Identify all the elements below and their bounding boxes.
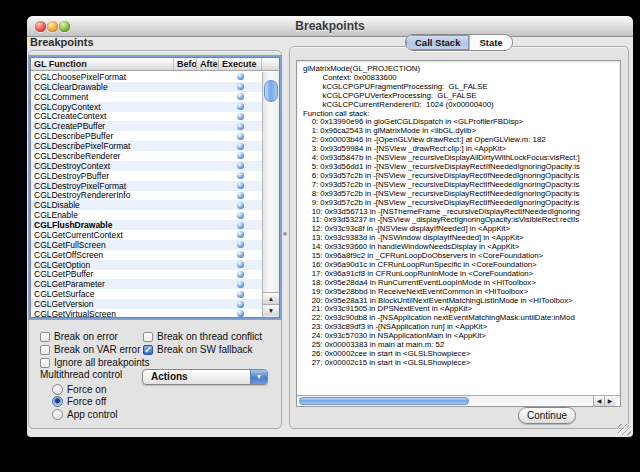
horizontal-scrollbar[interactable]: ◀ ▶ <box>297 395 620 406</box>
checkbox-unchecked-icon[interactable] <box>40 345 50 355</box>
table-row[interactable]: CGLDestroyPixelFormat <box>31 181 262 191</box>
table-row[interactable]: CGLGetFullScreen <box>31 240 262 250</box>
table-row[interactable]: CGLChoosePixelFormat <box>31 72 262 82</box>
execute-cell[interactable] <box>219 93 262 100</box>
execute-cell[interactable] <box>219 162 262 169</box>
window-titlebar[interactable]: Breakpoints <box>27 16 633 37</box>
breakpoint-orb-icon[interactable] <box>237 261 244 268</box>
column-header-after[interactable]: After <box>197 58 219 70</box>
execute-cell[interactable] <box>219 192 262 199</box>
table-row[interactable]: CGLDisable <box>31 200 262 210</box>
table-row[interactable]: CGLDescribePixelFormat <box>31 141 262 151</box>
table-row[interactable]: CGLDestroyRendererInfo <box>31 191 262 201</box>
table-row[interactable]: CGLCopyContext <box>31 102 262 112</box>
breakpoint-orb-icon[interactable] <box>237 241 244 248</box>
scroll-up-arrow-icon[interactable]: ▲ <box>263 292 279 304</box>
window-resize-grip[interactable] <box>618 424 631 435</box>
table-row[interactable]: CGLGetPBuffer <box>31 270 262 280</box>
callstack-text-area[interactable]: glMatrixMode(GL_PROJECTION) Context: 0x0… <box>296 60 621 407</box>
table-row[interactable]: CGLFlushDrawable <box>31 220 262 230</box>
breakpoint-orb-icon[interactable] <box>237 103 244 110</box>
close-button[interactable] <box>35 21 46 32</box>
radio-force-off[interactable]: Force off <box>52 396 118 409</box>
breakpoint-orb-icon[interactable] <box>237 123 244 130</box>
column-header-before[interactable]: Before <box>174 58 197 70</box>
breakpoint-orb-icon[interactable] <box>237 202 244 209</box>
checkbox-break-on-var-error[interactable]: Break on VAR error <box>40 343 143 356</box>
table-row[interactable]: CGLGetVersion <box>31 299 262 309</box>
execute-cell[interactable] <box>219 172 262 179</box>
breakpoint-orb-icon[interactable] <box>237 172 244 179</box>
breakpoint-orb-icon[interactable] <box>237 152 244 159</box>
execute-cell[interactable] <box>219 182 262 189</box>
table-row[interactable]: CGLDestroyContext <box>31 161 262 171</box>
execute-cell[interactable] <box>219 310 262 317</box>
execute-cell[interactable] <box>219 202 262 209</box>
execute-cell[interactable] <box>219 212 262 219</box>
table-row[interactable]: CGLEnable <box>31 210 262 220</box>
execute-cell[interactable] <box>219 251 262 258</box>
execute-cell[interactable] <box>219 261 262 268</box>
breakpoint-orb-icon[interactable] <box>237 143 244 150</box>
table-row[interactable]: CGLGetParameter <box>31 279 262 289</box>
table-row[interactable]: CGLGetOption <box>31 260 262 270</box>
actions-popup-button[interactable]: Actions ▼ <box>142 369 268 385</box>
execute-cell[interactable] <box>219 152 262 159</box>
table-row[interactable]: CGLDescribePBuffer <box>31 131 262 141</box>
breakpoint-orb-icon[interactable] <box>237 310 244 317</box>
execute-cell[interactable] <box>219 103 262 110</box>
breakpoint-orb-icon[interactable] <box>237 83 244 90</box>
execute-cell[interactable] <box>219 222 262 229</box>
execute-cell[interactable] <box>219 143 262 150</box>
zoom-button[interactable] <box>59 21 70 32</box>
breakpoint-orb-icon[interactable] <box>237 231 244 238</box>
breakpoint-orb-icon[interactable] <box>237 162 244 169</box>
breakpoint-orb-icon[interactable] <box>237 212 244 219</box>
breakpoint-orb-icon[interactable] <box>237 182 244 189</box>
execute-cell[interactable] <box>219 291 262 298</box>
tab-state[interactable]: State <box>469 35 511 50</box>
table-row[interactable]: CGLComment <box>31 92 262 102</box>
breakpoint-orb-icon[interactable] <box>237 73 244 80</box>
execute-cell[interactable] <box>219 281 262 288</box>
table-row[interactable]: CGLClearDrawable <box>31 82 262 92</box>
checkbox-unchecked-icon[interactable] <box>40 332 50 342</box>
execute-cell[interactable] <box>219 271 262 278</box>
horizontal-scrollbar-thumb[interactable] <box>299 397 469 405</box>
table-row[interactable]: CGLDestroyPBuffer <box>31 171 262 181</box>
checkbox-ignore-all-breakpoints[interactable]: Ignore all breakpoints <box>40 356 143 369</box>
execute-cell[interactable] <box>219 123 262 130</box>
scroll-down-arrow-icon[interactable]: ▼ <box>263 304 279 316</box>
execute-cell[interactable] <box>219 241 262 248</box>
radio-selected-icon[interactable] <box>52 396 63 407</box>
execute-cell[interactable] <box>219 133 262 140</box>
table-row[interactable]: CGLGetOffScreen <box>31 250 262 260</box>
breakpoint-orb-icon[interactable] <box>237 192 244 199</box>
table-scrollbar-thumb[interactable] <box>264 80 278 102</box>
breakpoint-orb-icon[interactable] <box>237 251 244 258</box>
column-header-gl-function[interactable]: GL Function <box>31 58 174 70</box>
breakpoint-orb-icon[interactable] <box>237 301 244 308</box>
checkbox-break-on-error[interactable]: Break on error <box>40 330 143 343</box>
checkbox-unchecked-icon[interactable] <box>40 358 50 368</box>
radio-unselected-icon[interactable] <box>52 384 63 395</box>
checkbox-checked-icon[interactable]: ✓ <box>143 345 153 355</box>
breakpoint-orb-icon[interactable] <box>237 222 244 229</box>
table-row[interactable]: CGLGetCurrentContext <box>31 230 262 240</box>
breakpoint-orb-icon[interactable] <box>237 281 244 288</box>
table-row[interactable]: CGLDescribeRenderer <box>31 151 262 161</box>
breakpoint-orb-icon[interactable] <box>237 133 244 140</box>
table-row[interactable]: CGLGetSurface <box>31 289 262 299</box>
breakpoint-orb-icon[interactable] <box>237 291 244 298</box>
continue-button[interactable]: Continue <box>518 407 576 424</box>
radio-unselected-icon[interactable] <box>52 409 63 420</box>
checkbox-break-on-thread-conflict[interactable]: Break on thread conflict <box>143 330 278 343</box>
execute-cell[interactable] <box>219 113 262 120</box>
checkbox-unchecked-icon[interactable] <box>143 332 153 342</box>
scroll-right-arrow-icon[interactable]: ▶ <box>604 396 615 406</box>
checkbox-break-on-sw-fallback[interactable]: ✓ Break on SW fallback <box>143 343 278 356</box>
radio-app-control[interactable]: App control <box>52 408 118 421</box>
table-row[interactable]: CGLGetVirtualScreen <box>31 309 262 317</box>
table-vertical-scrollbar[interactable]: ▲ ▼ <box>262 72 279 317</box>
table-row[interactable]: CGLCreatePBuffer <box>31 121 262 131</box>
